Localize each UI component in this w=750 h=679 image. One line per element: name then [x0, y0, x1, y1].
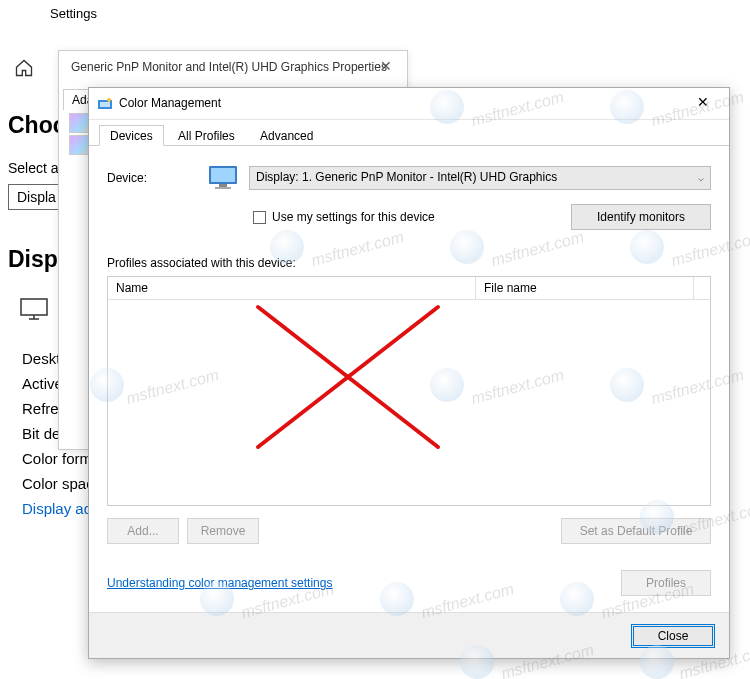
monitor-icon: [207, 164, 241, 192]
checkbox-box: [253, 211, 266, 224]
column-name[interactable]: Name: [108, 277, 476, 299]
titlebar: Color Management ✕: [89, 88, 729, 120]
use-my-settings-checkbox[interactable]: Use my settings for this device: [253, 210, 435, 224]
svg-rect-4: [100, 102, 110, 107]
checkbox-label: Use my settings for this device: [272, 210, 435, 224]
set-default-profile-button: Set as Default Profile: [561, 518, 711, 544]
close-icon[interactable]: ✕: [371, 55, 401, 79]
select-display-label: Select a: [8, 160, 59, 176]
svg-rect-0: [21, 299, 47, 315]
column-file-name[interactable]: File name: [476, 277, 694, 299]
svg-rect-7: [211, 168, 235, 182]
tab-all-profiles[interactable]: All Profiles: [167, 125, 246, 146]
annotation-red-x: [248, 297, 448, 470]
add-button: Add...: [107, 518, 179, 544]
understanding-color-management-link[interactable]: Understanding color management settings: [107, 576, 332, 590]
home-icon[interactable]: [14, 58, 34, 81]
tab-strip: Devices All Profiles Advanced: [89, 124, 729, 146]
device-dropdown[interactable]: Display: 1. Generic PnP Monitor - Intel(…: [249, 166, 711, 190]
profiles-button: Profiles: [621, 570, 711, 596]
adapter-properties-title: Generic PnP Monitor and Intel(R) UHD Gra…: [71, 60, 387, 74]
identify-monitors-button[interactable]: Identify monitors: [571, 204, 711, 230]
dialog-title: Color Management: [119, 96, 221, 110]
display-dropdown[interactable]: Displa: [8, 184, 65, 210]
close-icon[interactable]: ✕: [683, 91, 723, 115]
profiles-list[interactable]: Name File name: [107, 276, 711, 506]
color-management-icon: [97, 96, 113, 112]
column-spacer: [694, 277, 710, 299]
device-label: Device:: [107, 171, 207, 185]
profiles-label: Profiles associated with this device:: [107, 256, 711, 270]
svg-rect-8: [219, 184, 227, 187]
svg-rect-9: [215, 187, 231, 189]
remove-button: Remove: [187, 518, 259, 544]
dialog-footer: Close: [89, 612, 729, 658]
chevron-down-icon: ⌵: [698, 172, 704, 183]
close-button[interactable]: Close: [631, 624, 715, 648]
device-selected-value: Display: 1. Generic PnP Monitor - Intel(…: [256, 170, 557, 184]
svg-point-5: [107, 98, 111, 102]
settings-title: Settings: [50, 6, 97, 21]
color-management-dialog: Color Management ✕ Devices All Profiles …: [88, 87, 730, 659]
tab-advanced[interactable]: Advanced: [249, 125, 324, 146]
tab-devices[interactable]: Devices: [99, 125, 164, 146]
monitor-icon: [20, 298, 48, 323]
